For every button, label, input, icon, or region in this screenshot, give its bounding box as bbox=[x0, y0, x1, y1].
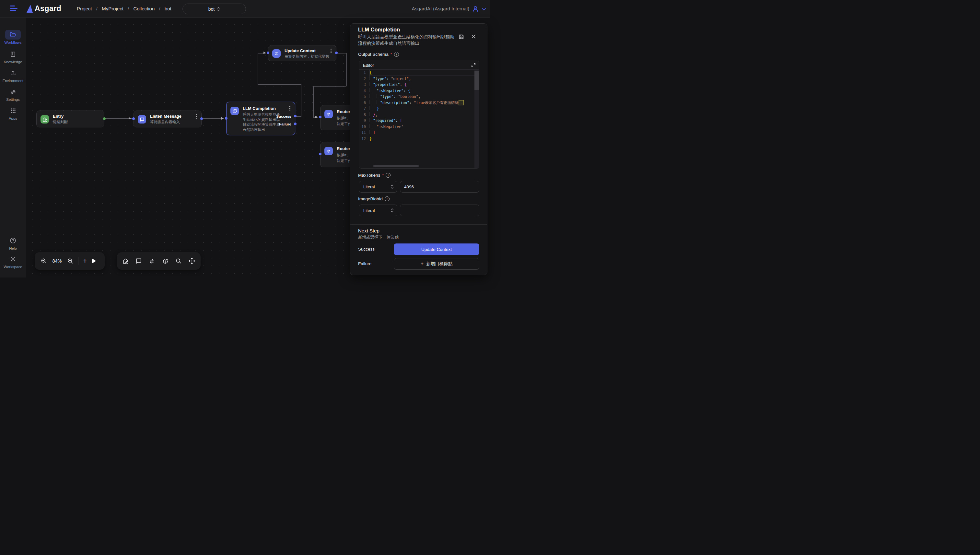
port-router1-in[interactable] bbox=[319, 116, 322, 118]
sidebar-item-help[interactable]: Help bbox=[0, 236, 26, 250]
updown-chevron-icon bbox=[391, 184, 394, 189]
maxtokens-value-input[interactable] bbox=[400, 181, 479, 192]
port-label-failure: Failure bbox=[279, 122, 291, 126]
edge-segment bbox=[313, 86, 346, 87]
edge-arrow-icon bbox=[129, 117, 131, 120]
updown-chevron-icon bbox=[391, 208, 394, 213]
chat-bubble-icon bbox=[138, 115, 146, 124]
sidebar-item-knowledge[interactable]: Knowledge bbox=[0, 49, 26, 64]
port-llm-success[interactable] bbox=[294, 115, 296, 117]
editor-hscrollbar-thumb[interactable] bbox=[373, 165, 419, 167]
imageblobid-mode-select[interactable]: Literal bbox=[359, 205, 397, 216]
failure-row-label: Failure bbox=[358, 261, 372, 266]
user-icon[interactable] bbox=[472, 5, 479, 12]
workflow-selector-value: bot bbox=[208, 6, 215, 12]
expand-icon[interactable] bbox=[471, 63, 476, 68]
sidebar-item-workspace[interactable]: Workspace bbox=[0, 254, 26, 269]
success-row-label: Success bbox=[358, 247, 375, 252]
node-llm-completion[interactable]: LLM Completion 呼叫大型語言模型並產 生結構化的資料輸出以 輔助流… bbox=[226, 102, 295, 135]
zoom-out-icon[interactable] bbox=[40, 258, 47, 264]
zoom-level: 84% bbox=[51, 258, 62, 263]
port-listen-out[interactable] bbox=[200, 117, 203, 120]
schema-editor[interactable]: Editor 1{2"type": "object",3"properties"… bbox=[359, 61, 479, 168]
kebab-menu-icon[interactable] bbox=[288, 106, 291, 111]
gear-icon bbox=[10, 255, 16, 263]
info-icon[interactable]: i bbox=[394, 52, 399, 57]
chevron-down-icon[interactable] bbox=[482, 8, 486, 11]
diamond-cluster-icon[interactable] bbox=[188, 257, 195, 265]
breadcrumb: Project / MyProject / Collection / bot bbox=[77, 6, 175, 11]
success-target-button[interactable]: Update Context bbox=[394, 244, 479, 255]
node-palette-toolbar bbox=[117, 252, 200, 270]
node-title: Router bbox=[337, 146, 350, 151]
breadcrumb-bot[interactable]: bot bbox=[165, 6, 171, 11]
node-subtitle-line: 輔助流程的決策或生成 bbox=[243, 122, 280, 127]
sidebar-item-environment[interactable]: Environment bbox=[0, 68, 26, 83]
edge-segment bbox=[258, 53, 258, 85]
play-icon[interactable] bbox=[91, 258, 96, 264]
port-llm-in[interactable] bbox=[225, 117, 227, 120]
search-icon[interactable] bbox=[175, 258, 182, 264]
toolbar-divider bbox=[78, 257, 78, 265]
workflow-selector[interactable]: bot bbox=[183, 3, 246, 14]
llm-cycle-icon bbox=[231, 107, 239, 115]
port-update-in[interactable] bbox=[267, 51, 269, 54]
breadcrumb-myproject[interactable]: MyProject bbox=[102, 6, 123, 11]
node-subtitle: 情緒判斷 bbox=[53, 120, 68, 125]
zoom-in-icon[interactable] bbox=[67, 258, 74, 264]
add-target-node-button[interactable]: + 新增目標節點 bbox=[394, 258, 479, 270]
node-entry[interactable]: Entry 情緒判斷 bbox=[36, 111, 104, 127]
edge-arrow-icon bbox=[221, 117, 224, 120]
info-icon[interactable]: i bbox=[386, 173, 391, 178]
house-plus-icon bbox=[40, 115, 49, 124]
edge-arrow-icon bbox=[263, 51, 266, 54]
node-subtitle: 用於更新內容，初始化變數 bbox=[285, 54, 329, 59]
save-icon[interactable] bbox=[458, 34, 464, 40]
zoom-toolbar: 84% + bbox=[35, 252, 105, 270]
node-title: Router bbox=[337, 109, 350, 114]
account-label: AsgardAI (Asgard Internal) bbox=[412, 6, 469, 11]
breadcrumb-project[interactable]: Project bbox=[77, 6, 92, 11]
close-icon[interactable] bbox=[471, 34, 476, 39]
node-subtitle-line: 自然語言輸出 bbox=[243, 127, 265, 133]
sidebar-item-settings[interactable]: Settings bbox=[0, 87, 26, 101]
house-plus-icon[interactable] bbox=[122, 258, 129, 265]
breadcrumb-collection[interactable]: Collection bbox=[133, 6, 155, 11]
edge-segment bbox=[336, 53, 346, 53]
node-update-context[interactable]: Update Context 用於更新內容，初始化變數 bbox=[268, 45, 336, 61]
edge-segment bbox=[104, 118, 132, 119]
edge-segment bbox=[258, 84, 301, 85]
imageblobid-value-input[interactable] bbox=[400, 205, 479, 216]
swap-arrows-icon[interactable] bbox=[149, 258, 155, 265]
kebab-menu-icon[interactable] bbox=[329, 49, 333, 53]
port-entry-out[interactable] bbox=[103, 117, 106, 120]
port-router2-in[interactable] bbox=[319, 153, 322, 155]
sidebar-item-workflows[interactable]: Workflows bbox=[0, 30, 26, 45]
logo-triangle-icon bbox=[27, 5, 33, 13]
maxtokens-mode-select[interactable]: Literal bbox=[359, 181, 397, 192]
port-update-out[interactable] bbox=[335, 51, 338, 54]
info-icon[interactable]: i bbox=[385, 196, 389, 201]
updown-chevron-icon bbox=[217, 6, 220, 12]
swap-arrows-icon bbox=[272, 49, 281, 58]
edge-segment bbox=[202, 118, 224, 119]
node-subtitle-line: 生結構化的資料輸出以 bbox=[243, 117, 280, 122]
upload-icon bbox=[10, 70, 16, 77]
chat-bubble-icon[interactable] bbox=[136, 258, 142, 264]
hamburger-menu-icon[interactable] bbox=[10, 5, 18, 12]
editor-vscrollbar-thumb[interactable] bbox=[474, 71, 479, 90]
kebab-menu-icon[interactable] bbox=[194, 114, 198, 119]
edge-segment bbox=[313, 86, 314, 117]
port-llm-failure[interactable] bbox=[294, 122, 296, 125]
node-title: Entry bbox=[53, 114, 64, 119]
add-icon[interactable]: + bbox=[83, 258, 87, 264]
code-editor-content[interactable]: 1{2"type": "object",3"properties": {4"is… bbox=[359, 70, 475, 166]
panel-title: LLM Completion bbox=[358, 27, 400, 33]
editor-header: Editor bbox=[359, 61, 479, 70]
sidebar-item-apps[interactable]: Apps bbox=[0, 106, 26, 120]
node-listen-message[interactable]: Listen Message 等待訊息內容輸入 bbox=[133, 111, 202, 127]
imageblobid-label: ImageBlobId i bbox=[358, 196, 389, 201]
port-listen-in[interactable] bbox=[132, 117, 135, 120]
swap-arrows-icon bbox=[324, 147, 333, 155]
llm-cycle-icon[interactable] bbox=[162, 258, 169, 265]
